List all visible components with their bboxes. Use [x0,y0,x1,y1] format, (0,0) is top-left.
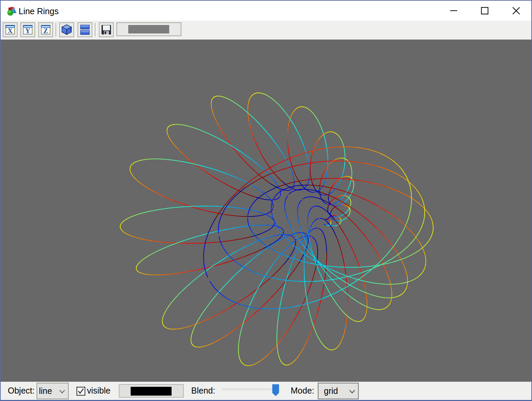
svg-text:Y: Y [25,27,30,34]
svg-text:Z: Z [43,27,48,34]
svg-text:X: X [8,27,13,34]
